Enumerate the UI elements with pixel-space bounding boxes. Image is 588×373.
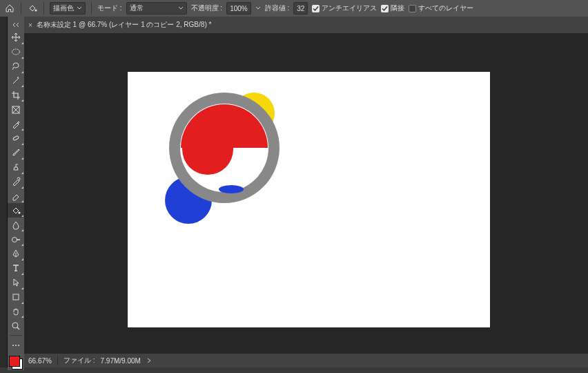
- document-tab-bar: × 名称未設定 1 @ 66.7% (レイヤー 1 のコピー 2, RGB/8)…: [24, 17, 588, 33]
- contiguous-checkbox[interactable]: 隣接: [381, 3, 404, 13]
- hand-tool[interactable]: [8, 305, 24, 319]
- close-tab-icon[interactable]: ×: [28, 21, 32, 29]
- antialias-label: アンチエイリアス: [322, 3, 377, 13]
- chevron-right-icon[interactable]: [146, 358, 152, 363]
- svg-point-1: [12, 49, 20, 55]
- svg-rect-4: [13, 136, 19, 141]
- svg-point-11: [18, 345, 19, 346]
- opacity-input[interactable]: 100%: [226, 2, 251, 15]
- fill-mode-select[interactable]: 描画色: [50, 2, 86, 15]
- zoom-tool[interactable]: [8, 318, 24, 333]
- svg-point-10: [15, 345, 17, 346]
- left-panel-strip: [0, 17, 8, 367]
- canvas-area[interactable]: [24, 33, 588, 354]
- artwork-icon: [128, 72, 490, 327]
- paint-bucket-tool[interactable]: [8, 203, 24, 218]
- blur-tool[interactable]: [8, 218, 24, 232]
- tolerance-value: 32: [297, 5, 304, 12]
- type-tool[interactable]: [8, 261, 24, 276]
- svg-point-5: [19, 211, 21, 213]
- marquee-tool[interactable]: [8, 45, 24, 59]
- blend-mode-select[interactable]: 通常: [126, 2, 187, 15]
- toolbox: [8, 17, 24, 370]
- svg-point-6: [12, 237, 17, 242]
- clone-stamp-tool[interactable]: [8, 160, 24, 175]
- move-tool[interactable]: [8, 30, 24, 45]
- tolerance-label: 許容値 :: [265, 3, 290, 13]
- toolbox-expand-icon[interactable]: [8, 19, 24, 30]
- blend-mode-value: 通常: [130, 3, 144, 13]
- eraser-tool[interactable]: [8, 189, 24, 204]
- history-brush-tool[interactable]: [8, 175, 24, 189]
- document-tab-title[interactable]: 名称未設定 1 @ 66.7% (レイヤー 1 のコピー 2, RGB/8) *: [37, 20, 212, 30]
- mode-label: モード :: [97, 3, 122, 13]
- svg-point-17: [219, 185, 244, 193]
- crop-tool[interactable]: [8, 88, 24, 102]
- svg-point-16: [182, 124, 233, 175]
- opacity-value: 100%: [230, 5, 248, 12]
- svg-rect-7: [13, 294, 19, 300]
- edit-toolbar-icon[interactable]: [8, 338, 24, 352]
- home-icon[interactable]: [4, 3, 15, 14]
- lasso-tool[interactable]: [8, 59, 24, 74]
- brush-tool[interactable]: [8, 146, 24, 160]
- foreground-color-swatch[interactable]: [9, 356, 20, 367]
- shape-tool[interactable]: [8, 290, 24, 305]
- opacity-label: 不透明度 :: [191, 3, 223, 13]
- frame-tool[interactable]: [8, 102, 24, 117]
- magic-wand-tool[interactable]: [8, 74, 24, 88]
- status-bar: 66.67% ファイル : 7.97M/9.00M: [24, 354, 588, 367]
- dodge-tool[interactable]: [8, 232, 24, 247]
- svg-point-0: [35, 10, 37, 12]
- eyedropper-tool[interactable]: [8, 117, 24, 131]
- all-layers-checkbox[interactable]: すべてのレイヤー: [409, 3, 473, 13]
- fill-mode-value: 描画色: [53, 3, 74, 13]
- svg-point-2: [19, 77, 19, 78]
- svg-point-9: [12, 345, 14, 346]
- file-size-value: 7.97M/9.00M: [100, 357, 140, 365]
- color-swatches[interactable]: [8, 355, 23, 370]
- chevron-down-icon[interactable]: [255, 6, 261, 11]
- svg-point-8: [12, 323, 18, 328]
- healing-brush-tool[interactable]: [8, 131, 24, 146]
- contiguous-label: 隣接: [391, 3, 404, 13]
- path-selection-tool[interactable]: [8, 276, 24, 290]
- all-layers-label: すべてのレイヤー: [418, 3, 473, 13]
- pen-tool[interactable]: [8, 247, 24, 261]
- file-size-label: ファイル :: [63, 356, 95, 365]
- tolerance-input[interactable]: 32: [293, 2, 308, 15]
- antialias-checkbox[interactable]: アンチエイリアス: [312, 3, 377, 13]
- canvas[interactable]: [128, 72, 490, 327]
- zoom-level[interactable]: 66.67%: [28, 357, 52, 365]
- options-bar: 描画色 モード : 通常 不透明度 : 100% 許容値 : 32 アンチエイリ…: [0, 0, 588, 17]
- bucket-tool-icon[interactable]: [27, 3, 38, 14]
